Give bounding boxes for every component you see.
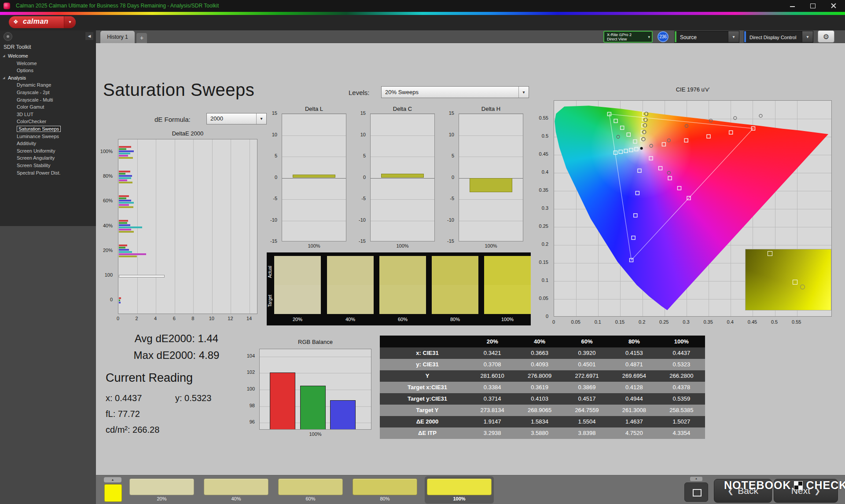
sidebar-item-screen-stability[interactable]: Screen Stability (0, 162, 96, 169)
sidebar-item-spectral-power-dist[interactable]: Spectral Power Dist. (0, 169, 96, 177)
calman-logo-text: calman (23, 18, 48, 26)
de-formula-dropdown[interactable]: 2000 ▾ (206, 113, 267, 124)
delta-l-chart (282, 113, 346, 241)
sidebar-group-analysis[interactable]: ◢Analysis (0, 74, 96, 82)
sidebar-item-additivity[interactable]: Additivity (0, 140, 96, 147)
sidebar-item-color-gamut[interactable]: Color Gamut (0, 103, 96, 111)
tree-expanded-icon[interactable]: ◢ (3, 74, 5, 82)
level-swatch-60[interactable]: 60% (276, 476, 345, 504)
x-tick-label: 0.35 (703, 319, 713, 325)
swatch-color (204, 478, 268, 495)
deltae-bar (119, 197, 126, 199)
target-square (627, 133, 630, 136)
inset-target-square (768, 251, 772, 256)
sidebar-item-screen-angularity[interactable]: Screen Angularity (0, 154, 96, 162)
add-tab-button[interactable]: + (136, 33, 147, 43)
deltae-bar (119, 220, 128, 222)
column-header: 20% (469, 336, 516, 347)
cie-zoom-inset (745, 249, 831, 310)
row-label: Y (380, 370, 469, 382)
cell-value: 266.2800 (658, 370, 705, 382)
chevron-down-icon[interactable]: ▾ (518, 87, 529, 98)
target-swatch (274, 285, 321, 314)
chevron-down-icon[interactable]: ▾ (802, 31, 813, 42)
pattern-window-button[interactable] (684, 482, 708, 502)
close-button[interactable] (824, 0, 844, 12)
y-tick-label: -5 (450, 196, 454, 201)
sidebar-pin-button[interactable] (4, 32, 12, 41)
gridline (371, 221, 434, 221)
deltae-bar (119, 229, 131, 230)
deltae-bar (119, 202, 134, 204)
chevron-down-icon[interactable]: ▾ (648, 35, 650, 39)
meter-dropdown[interactable]: X-Rite i1Pro 2 Direct View ▾ (603, 31, 653, 43)
sidebar-item-dynamic-range[interactable]: Dynamic Range (0, 81, 96, 89)
maximize-button[interactable] (803, 0, 823, 12)
measured-circle (734, 117, 737, 120)
levels-dropdown[interactable]: 20% Sweeps ▾ (381, 86, 529, 98)
cell-value: 1.5834 (516, 416, 563, 427)
target-square (634, 214, 637, 217)
sweep-swatch-column-40 (327, 256, 374, 314)
rgb-balance-title: RGB Balance (259, 339, 371, 345)
sidebar-item-welcome[interactable]: Welcome (0, 60, 96, 67)
level-swatch-20[interactable]: 20% (127, 476, 196, 504)
sidebar-item-grayscale-multi[interactable]: Grayscale - Multi (0, 96, 96, 104)
delta-h-title: Delta H (459, 106, 523, 112)
deltae-bar (119, 206, 133, 208)
minimize-button[interactable] (783, 0, 803, 12)
level-swatch-40[interactable]: 40% (202, 476, 271, 504)
sidebar-item-3d-lut[interactable]: 3D LUT (0, 111, 96, 118)
sidebar-item-colorchecker[interactable]: ColorChecker (0, 118, 96, 125)
chevron-down-icon[interactable]: ▾ (728, 31, 739, 42)
delta-c-x-label: 100% (370, 243, 435, 248)
sidebar-lower-area (0, 226, 96, 504)
nav-eject-button[interactable]: ▲ (690, 477, 702, 481)
sidebar-item-saturation-sweeps[interactable]: Saturation Sweeps (0, 125, 96, 133)
measured-circle (643, 130, 646, 134)
measured-circle (759, 114, 762, 117)
chevron-down-icon[interactable]: ▾ (64, 16, 76, 28)
y-tick-label: -10 (270, 217, 277, 223)
y-tick-label: -5 (273, 196, 277, 201)
sidebar-item-luminance-sweeps[interactable]: Luminance Sweeps (0, 133, 96, 140)
tree-expanded-icon[interactable]: ◢ (3, 52, 5, 60)
y-tick-label: 0.1 (542, 278, 548, 283)
source-dropdown[interactable]: Source ▾ (674, 31, 739, 43)
deltae-bar (119, 175, 132, 177)
delta-l-y-axis: 151050-5-10-15 (264, 113, 280, 241)
sidebar-item-grayscale-2pt[interactable]: Grayscale - 2pt (0, 89, 96, 96)
x-tick-label: 0.4 (727, 319, 734, 325)
y-tick-label: 0 (546, 314, 548, 319)
gridline (371, 199, 434, 200)
x-tick-label: 6 (173, 316, 176, 321)
settings-button[interactable]: ⚙ (818, 30, 834, 43)
sidebar-item-options[interactable]: Options (0, 67, 96, 74)
level-swatch-80[interactable]: 80% (350, 476, 419, 504)
y-tick-label: 96 (250, 419, 255, 424)
cell-value: 0.3714 (469, 393, 516, 405)
sidebar-collapse-button[interactable]: ◀ (85, 32, 93, 40)
level-swatch-100[interactable]: 100% (425, 476, 494, 504)
collapse-left-icon: ◀ (88, 34, 91, 38)
tab-history-1[interactable]: History 1 (100, 31, 135, 43)
measurement-count-badge[interactable]: 236 (658, 31, 669, 42)
cell-value: 0.4501 (563, 359, 610, 370)
y-tick-label: 15 (272, 110, 277, 116)
target-square (649, 157, 653, 160)
target-swatch (379, 285, 426, 314)
table-row: ΔE ITP3.29383.58803.83984.75204.3354 (380, 427, 705, 439)
gridline (231, 139, 231, 314)
sidebar-item-screen-uniformity[interactable]: Screen Uniformity (0, 147, 96, 155)
deltae-bar (119, 171, 130, 172)
calman-logo-icon: ❖ (13, 18, 18, 25)
cell-value: 276.8009 (516, 370, 563, 382)
sidebar: ◀ SDR Toolkit ◢WelcomeWelcomeOptions◢Ana… (0, 30, 96, 226)
gridline (260, 357, 371, 357)
add-icon: + (140, 34, 143, 41)
table-row: Target y:CIE310.37140.41030.45170.49440.… (380, 393, 705, 405)
cie-y-axis: 00.050.10.150.20.250.30.350.40.450.50.55 (531, 100, 551, 317)
display-control-dropdown[interactable]: Direct Display Control ▾ (744, 31, 813, 43)
sidebar-group-welcome[interactable]: ◢Welcome (0, 52, 96, 60)
calman-logo-button[interactable]: ❖ calman ▾ (9, 16, 76, 28)
